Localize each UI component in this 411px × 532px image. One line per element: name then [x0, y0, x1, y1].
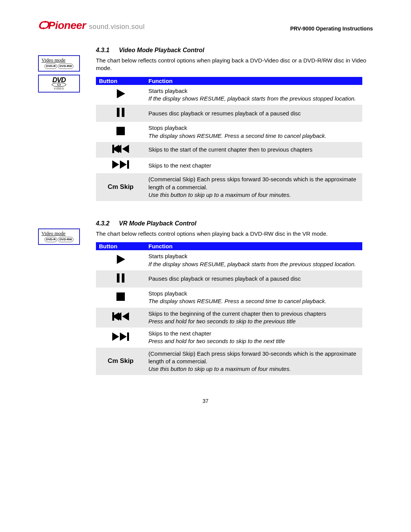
svg-rect-14	[116, 292, 125, 301]
svg-marker-9	[120, 160, 127, 169]
function-note: If the display shows RESUME, playback st…	[148, 95, 359, 102]
function-text: Starts playback	[148, 87, 359, 95]
table-row: Skips to the beginning of the current ch…	[96, 308, 362, 328]
svg-rect-13	[122, 273, 124, 283]
dvd-rw-pill: DVD-RW	[58, 64, 73, 69]
dvd-rw-pill: DVD-RW	[58, 237, 73, 242]
pause-icon	[116, 107, 125, 118]
function-note: Press and hold for two seconds to skip t…	[148, 318, 359, 325]
function-text: Skips to the next chapter	[148, 330, 359, 337]
next-icon	[112, 332, 129, 343]
video-mode-label: Video mode	[40, 230, 78, 236]
table-row: Pauses disc playback or resumes playback…	[96, 105, 362, 122]
button-cell	[96, 328, 145, 348]
prev-track-icon	[112, 144, 129, 153]
section-intro: The chart below reflects control options…	[96, 57, 373, 72]
play-icon	[115, 254, 126, 267]
next-track-icon	[112, 332, 129, 341]
function-text: Stops playback	[148, 290, 359, 297]
section-number: 4.3.1	[96, 47, 117, 54]
function-cell: Starts playbackIf the display shows RESU…	[145, 250, 362, 270]
prev-track-icon	[112, 312, 129, 321]
svg-marker-19	[112, 332, 119, 341]
function-cell: Skips to the start of the current chapte…	[145, 142, 362, 158]
table-row: Pauses disc playback or resumes playback…	[96, 270, 362, 288]
table-row: Skips to the next chapter	[96, 158, 362, 173]
th-function: Function	[145, 77, 362, 85]
table-row: Skips to the next chapterPress and hold …	[96, 328, 362, 348]
section-heading: 4.3.2 VR Mode Playback Control	[96, 220, 373, 227]
play-icon	[115, 88, 126, 101]
button-cell	[96, 142, 145, 158]
function-note: Press and hold for two seconds to skip t…	[148, 337, 359, 345]
function-cell: Stops playbackThe display shows RESUME. …	[145, 122, 362, 142]
button-cell: Cm Skip	[96, 348, 145, 375]
dvd-r-pill: DVD-R	[45, 237, 57, 242]
table-header-row: Button Function	[96, 77, 362, 85]
section-title: Video Mode Playback Control	[119, 47, 204, 53]
button-cell	[96, 158, 145, 173]
function-cell: Pauses disc playback or resumes playback…	[145, 270, 362, 288]
control-table: Button Function Starts playbackIf the di…	[96, 242, 362, 375]
table-row: Starts playbackIf the display shows RESU…	[96, 85, 362, 105]
function-text: Starts playback	[148, 252, 359, 260]
next-icon	[112, 160, 129, 171]
function-note: Use this button to skip up to a maximum …	[148, 365, 359, 373]
pause-icon	[116, 273, 125, 283]
disc-pills: DVD-R DVD-RW	[40, 237, 78, 242]
th-button: Button	[96, 77, 145, 85]
function-cell: Skips to the beginning of the current ch…	[145, 308, 362, 328]
control-table: Button Function Starts playbackIf the di…	[96, 77, 362, 201]
function-text: (Commercial Skip) Each press skips forwa…	[148, 350, 359, 366]
brand: ѺPioneer sound.vision.soul	[38, 19, 145, 32]
play-icon	[115, 88, 126, 99]
content: Video mode DVD-R DVD-RW DVD VIDEO 4.3.1	[38, 47, 373, 375]
video-mode-label: Video mode	[40, 57, 78, 63]
page-header: ѺPioneer sound.vision.soul PRV-9000 Oper…	[38, 19, 373, 32]
function-note: The display shows RESUME. Press a second…	[148, 132, 359, 140]
function-note: If the display shows RESUME, playback st…	[148, 260, 359, 268]
svg-marker-8	[112, 160, 119, 169]
function-text: Skips to the beginning of the current ch…	[148, 310, 359, 318]
pause-icon	[116, 273, 125, 285]
page: ѺPioneer sound.vision.soul PRV-9000 Oper…	[0, 0, 411, 532]
svg-marker-18	[122, 312, 129, 321]
dvd-r-pill: DVD-R	[45, 64, 57, 69]
function-text: Stops playback	[148, 124, 359, 132]
dvd-video-badge: DVD VIDEO	[38, 75, 80, 93]
dvd-video-text: VIDEO	[54, 87, 64, 90]
pause-icon	[116, 107, 125, 120]
play-icon	[115, 254, 126, 265]
brand-name: Pioneer	[48, 19, 86, 31]
svg-marker-11	[117, 255, 125, 264]
function-cell: (Commercial Skip) Each press skips forwa…	[145, 173, 362, 201]
section-title: VR Mode Playback Control	[119, 220, 196, 227]
svg-rect-12	[117, 273, 119, 283]
th-function: Function	[145, 242, 362, 250]
button-cell	[96, 288, 145, 308]
prev-icon	[112, 312, 129, 323]
button-cell	[96, 85, 145, 105]
table-row: Stops playbackThe display shows RESUME. …	[96, 122, 362, 142]
svg-marker-7	[122, 145, 129, 153]
function-text: Skips to the start of the current chapte…	[148, 146, 359, 153]
cm-skip-label: Cm Skip	[108, 357, 134, 364]
doc-title: PRV-9000 Operating Instructions	[290, 26, 373, 32]
table-body: Starts playbackIf the display shows RESU…	[96, 85, 362, 201]
section-heading: 4.3.1 Video Mode Playback Control	[96, 47, 373, 54]
side-badges: Video mode DVD-R DVD-RW	[38, 228, 80, 248]
button-cell	[96, 308, 145, 328]
section-intro: The chart below reflects control options…	[96, 230, 373, 238]
table-body: Starts playbackIf the display shows RESU…	[96, 250, 362, 375]
button-cell	[96, 270, 145, 288]
side-badges: Video mode DVD-R DVD-RW DVD VIDEO	[38, 55, 80, 96]
button-cell	[96, 105, 145, 122]
cm-skip-label: Cm Skip	[108, 183, 134, 190]
video-mode-badge: Video mode DVD-R DVD-RW	[38, 55, 80, 72]
svg-rect-3	[116, 127, 125, 135]
th-button: Button	[96, 242, 145, 250]
function-cell: Skips to the next chapter	[145, 158, 362, 173]
next-track-icon	[112, 160, 129, 169]
button-cell	[96, 122, 145, 142]
svg-rect-2	[122, 108, 124, 117]
